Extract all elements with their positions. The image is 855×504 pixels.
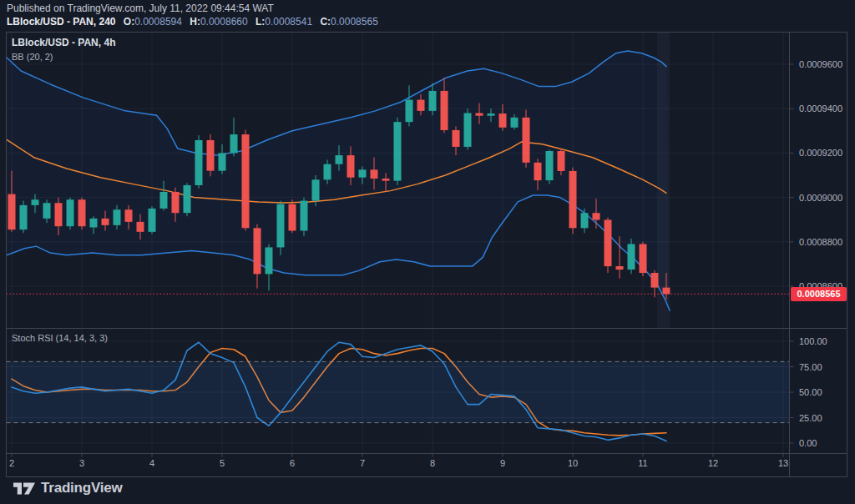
last-price-badge: 0.0008565 xyxy=(791,287,847,301)
price-axis-label: 0.0009000 xyxy=(799,193,842,203)
stoch-rsi-legend: Stoch RSI (14, 14, 3, 3) xyxy=(12,333,108,343)
time-axis-label: 11 xyxy=(638,458,647,468)
time-axis-label: 3 xyxy=(79,458,84,468)
main-chart-legend-title: LBlock/USD - PAN, 4h xyxy=(12,37,115,48)
time-axis-label: 5 xyxy=(220,458,225,468)
time-axis-label: 7 xyxy=(360,458,365,468)
time-axis-label: 13 xyxy=(778,458,788,468)
price-axis-label: 0.0009200 xyxy=(799,148,842,158)
bollinger-legend: BB (20, 2) xyxy=(12,52,53,62)
time-axis-label: 8 xyxy=(430,458,435,468)
price-axis-label: 0.0009400 xyxy=(799,103,842,113)
stoch-axis-label: 0.00 xyxy=(799,438,817,448)
chart-canvas[interactable] xyxy=(0,0,855,504)
time-axis-label: 10 xyxy=(568,458,578,468)
time-axis-label: 6 xyxy=(290,458,295,468)
tradingview-logo-icon xyxy=(13,481,35,496)
time-axis-label: 12 xyxy=(708,458,718,468)
stoch-axis-label: 100.00 xyxy=(799,336,827,346)
price-axis-label: 0.0009600 xyxy=(799,59,842,69)
time-axis-label: 9 xyxy=(500,458,505,468)
stoch-band-fill xyxy=(7,361,790,422)
time-axis-label: 4 xyxy=(149,458,154,468)
stoch-axis-label: 25.00 xyxy=(799,413,822,423)
tradingview-snapshot: Published on TradingView.com, July 11, 2… xyxy=(0,0,855,504)
price-axis-label: 0.0008800 xyxy=(799,237,842,247)
tradingview-logo-text: TradingView xyxy=(41,480,123,496)
tradingview-logo[interactable]: TradingView xyxy=(13,479,123,497)
stoch-axis-label: 50.00 xyxy=(799,387,822,397)
time-axis-label: 2 xyxy=(9,458,14,468)
stoch-axis-label: 75.00 xyxy=(799,362,822,372)
